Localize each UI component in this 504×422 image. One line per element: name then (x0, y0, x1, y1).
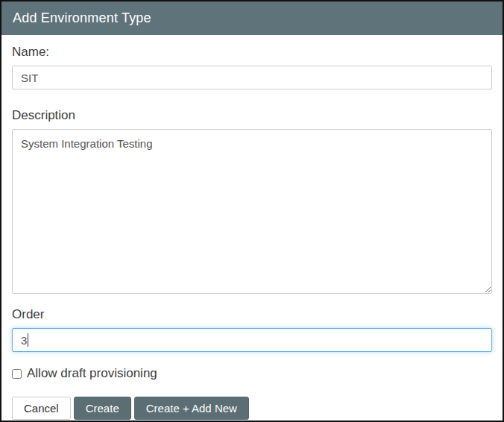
dialog-body: Name: Description System Integration Tes… (1, 35, 503, 420)
name-field-group: Name: (12, 45, 492, 89)
button-row: Cancel Create Create + Add New (12, 397, 492, 420)
dialog-header: Add Environment Type (1, 1, 503, 35)
order-field-group: Order (12, 307, 492, 352)
description-textarea[interactable]: System Integration Testing (12, 129, 492, 294)
dialog-title: Add Environment Type (13, 10, 151, 26)
cancel-button[interactable]: Cancel (12, 397, 71, 420)
draft-provisioning-row: Allow draft provisioning (12, 366, 492, 381)
draft-provisioning-checkbox[interactable] (12, 369, 22, 379)
order-label: Order (12, 307, 492, 322)
description-field-group: Description System Integration Testing (12, 108, 492, 294)
create-add-new-button[interactable]: Create + Add New (134, 397, 249, 420)
add-environment-type-dialog: Add Environment Type Name: Description S… (0, 0, 504, 422)
order-input[interactable] (12, 328, 492, 352)
description-label: Description (12, 108, 492, 123)
create-button[interactable]: Create (74, 397, 131, 420)
name-label: Name: (12, 45, 492, 60)
text-caret (28, 333, 28, 347)
draft-provisioning-label: Allow draft provisioning (27, 366, 157, 381)
name-input[interactable] (12, 66, 492, 89)
